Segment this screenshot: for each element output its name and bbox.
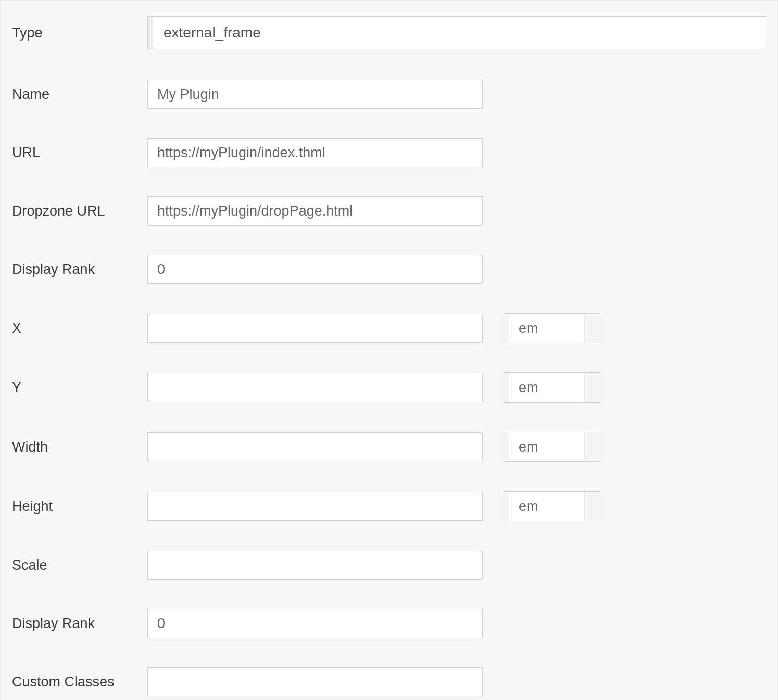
- dropzone-url-input[interactable]: [147, 196, 483, 226]
- row-custom-classes: Custom Classes: [1, 653, 777, 700]
- select-handle-icon: [504, 492, 509, 521]
- select-end-handle-icon: [584, 373, 600, 402]
- plugin-form: Type external_frame Name URL Dropzone UR…: [0, 0, 778, 700]
- row-type: Type external_frame: [1, 1, 777, 65]
- custom-classes-input[interactable]: [147, 667, 483, 696]
- row-y: Y em: [1, 358, 777, 417]
- url-input[interactable]: [147, 138, 483, 167]
- label-y: Y: [12, 380, 147, 396]
- select-end-handle-icon: [584, 314, 600, 343]
- row-height: Height em: [1, 477, 777, 536]
- select-handle-icon: [504, 373, 509, 402]
- width-input[interactable]: [147, 432, 483, 461]
- name-input[interactable]: [147, 80, 483, 109]
- type-select-value: external_frame: [153, 17, 766, 49]
- row-scale: Scale: [1, 536, 777, 594]
- display-rank-2-input[interactable]: [147, 609, 483, 638]
- label-scale: Scale: [12, 557, 147, 573]
- row-display-rank-2: Display Rank: [1, 594, 777, 653]
- select-handle-icon: [504, 314, 509, 343]
- label-dropzone-url: Dropzone URL: [12, 203, 147, 219]
- row-display-rank-1: Display Rank: [1, 240, 777, 298]
- label-width: Width: [12, 439, 147, 455]
- display-rank-1-input[interactable]: [147, 255, 483, 284]
- y-input[interactable]: [147, 373, 483, 402]
- x-unit-value: em: [509, 314, 584, 343]
- x-input[interactable]: [147, 314, 483, 343]
- label-height: Height: [12, 498, 147, 515]
- label-x: X: [12, 320, 147, 336]
- label-display-rank-1: Display Rank: [12, 261, 147, 278]
- scale-input[interactable]: [147, 551, 483, 580]
- width-unit-select[interactable]: em: [504, 432, 600, 462]
- height-input[interactable]: [147, 492, 483, 521]
- width-unit-value: em: [509, 432, 584, 461]
- y-unit-select[interactable]: em: [504, 372, 600, 403]
- select-end-handle-icon: [584, 492, 600, 521]
- type-select[interactable]: external_frame: [147, 16, 766, 49]
- label-url: URL: [12, 145, 147, 161]
- height-unit-select[interactable]: em: [504, 491, 600, 521]
- row-x: X em: [1, 298, 777, 358]
- label-display-rank-2: Display Rank: [12, 616, 147, 632]
- label-name: Name: [12, 86, 147, 103]
- select-handle-icon: [504, 432, 509, 461]
- label-type: Type: [12, 25, 147, 41]
- select-end-handle-icon: [584, 432, 600, 461]
- y-unit-value: em: [509, 373, 584, 402]
- row-name: Name: [1, 65, 777, 123]
- select-handle-icon: [148, 17, 153, 49]
- label-custom-classes: Custom Classes: [12, 674, 147, 690]
- x-unit-select[interactable]: em: [504, 313, 600, 343]
- row-width: Width em: [1, 417, 777, 477]
- row-url: URL: [1, 123, 777, 182]
- height-unit-value: em: [509, 492, 584, 521]
- row-dropzone-url: Dropzone URL: [1, 182, 777, 240]
